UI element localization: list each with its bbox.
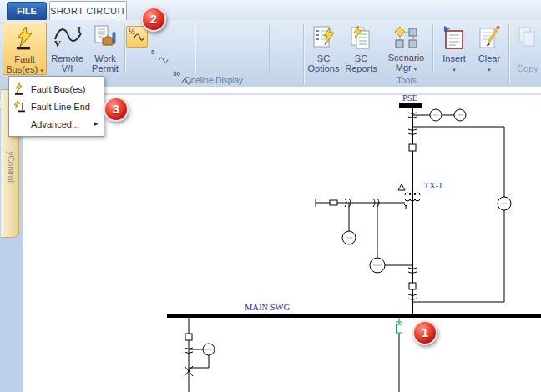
menu-item-label: Advanced... [31,119,93,129]
dropdown-arrow-icon: ▾ [488,67,491,73]
work-permit-button[interactable]: Work Permit [87,23,124,75]
sc-reports-icon [350,25,373,51]
insert-icon [442,25,466,52]
ribbon-separator [432,25,434,73]
tab-file[interactable]: FILE [7,2,47,20]
selected-breaker[interactable] [396,318,402,334]
five-cycle-label: 5 [151,48,154,56]
svg-text:V: V [54,38,61,48]
fuse[interactable] [330,200,337,205]
application-window: FILE SHORT CIRCUIT Fault Bus(es) ▾ V I R… [0,0,541,392]
bus-pse[interactable] [399,103,421,107]
copy-label: Copy [517,63,538,73]
fuse[interactable] [409,283,416,289]
fault-buses-label: Fault Bus(es) [6,54,38,74]
svg-text:I: I [78,25,81,34]
sine-icon [134,29,145,44]
fault-buses-button[interactable]: Fault Bus(es) ▾ [3,23,47,75]
sc-reports-label: SC Reports [342,53,380,73]
insert-label: Insert [442,53,466,63]
menu-item-label: Fault Line End [31,102,99,112]
menu-item-fault-buses[interactable]: Fault Bus(es) [9,80,104,98]
clear-button[interactable]: Clear▾ [473,23,506,75]
fault-bus-icon [13,83,31,95]
copy-button[interactable]: Copy [512,23,541,75]
sine-icon [158,52,169,67]
submenu-arrow-icon: ► [93,120,99,128]
scenario-mgr-button[interactable]: Scenario Mgr ▾ [382,23,430,75]
label-tx1: TX-1 [424,181,443,190]
callout-badge-1: 1 [412,320,437,345]
callout-badge-3: 3 [104,97,129,122]
bus-main-swg[interactable] [167,314,541,318]
sc-options-label: SC Options [306,53,341,73]
copy-icon [517,25,538,50]
fuse[interactable] [409,144,416,151]
remote-vi-button[interactable]: V I Remote V/I [48,23,86,75]
fault-bolt-icon [15,26,35,53]
transformer-tx1[interactable] [398,184,420,209]
clear-pencil-icon [478,25,501,52]
label-main-swg: MAIN SWG [245,303,290,312]
remote-vi-label: Remote V/I [48,53,86,73]
insert-button[interactable]: Insert▾ [437,23,472,75]
ribbon-group-separator [508,23,510,83]
sc-options-icon [312,25,336,51]
five-cycle-button[interactable]: 5 [149,48,170,69]
group-label-oneline-display: Oneline Display [124,76,303,85]
menu-item-advanced[interactable]: Advanced... ► [9,115,104,133]
scenario-mgr-label: Scenario Mgr [388,53,424,73]
menu-item-label: Fault Bus(es) [31,84,99,94]
fuse[interactable] [185,334,192,340]
label-pse: PSE [402,93,417,103]
dropdown-arrow-icon: ▾ [453,67,456,73]
sc-options-button[interactable]: SC Options [306,23,341,75]
sidebar-tab-label: yControl [5,151,14,182]
group-label-tools: Tools [305,76,508,85]
sine-wave-vi-icon: V I [52,25,83,50]
ribbon-separator [195,25,196,73]
work-permit-label: Work Permit [87,53,124,73]
clear-label: Clear [478,53,500,63]
sc-reports-button[interactable]: SC Reports [342,23,380,75]
work-permit-icon [94,25,117,50]
callout-badge-2: 2 [141,7,166,32]
ribbon-separator [269,25,270,73]
ribbon-group-separator [303,23,305,83]
dropdown-arrow-icon: ▾ [40,68,43,73]
scenario-manager-icon [393,25,419,51]
half-cycle-button[interactable]: ½ [126,26,148,48]
dropdown-arrow-icon: ▾ [414,66,417,72]
fault-buses-dropdown-menu: Fault Bus(es) Fault Line End Advanced...… [8,76,104,137]
tab-short-circuit[interactable]: SHORT CIRCUIT [49,1,127,20]
fault-line-end-icon [13,100,31,113]
menu-item-fault-line-end[interactable]: Fault Line End [9,98,104,115]
